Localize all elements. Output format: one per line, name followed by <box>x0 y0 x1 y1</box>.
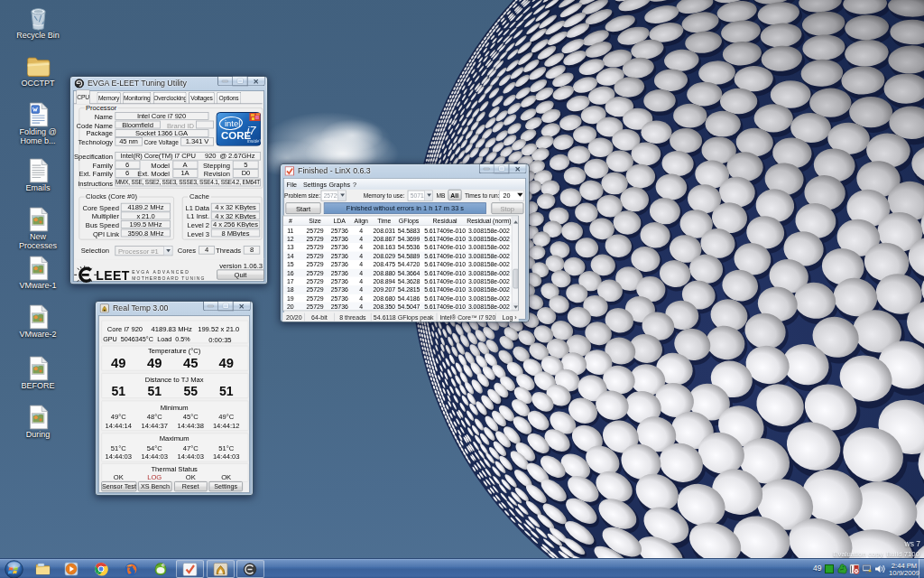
svg-text:MOTHERBOARD TUNING: MOTHERBOARD TUNING <box>132 275 206 281</box>
svg-text:intel: intel <box>225 118 240 128</box>
svg-text:i7: i7 <box>246 124 256 137</box>
svg-text:EVGA ADVANCED: EVGA ADVANCED <box>132 269 189 275</box>
svg-text:LEET: LEET <box>96 268 129 283</box>
svg-text:inside™: inside™ <box>247 137 262 143</box>
